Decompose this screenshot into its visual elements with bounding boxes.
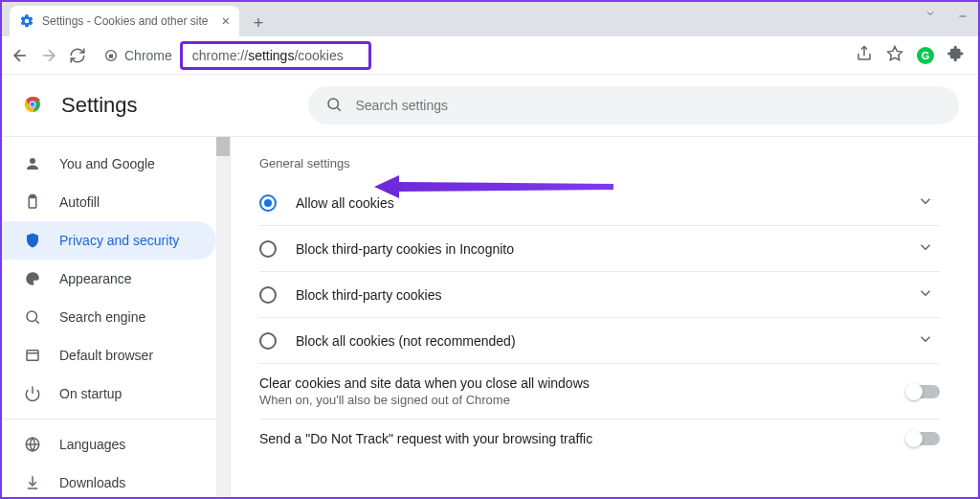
chevron-down-icon[interactable] [911, 238, 940, 259]
settings-sidebar: You and Google Autofill Privacy and secu… [2, 137, 216, 497]
radio-option-block-3p-incognito[interactable]: Block third-party cookies in Incognito [259, 226, 940, 272]
person-icon [23, 154, 42, 173]
minimize-icon[interactable] [957, 8, 969, 22]
shield-icon [23, 231, 42, 250]
back-icon[interactable] [10, 45, 31, 66]
svg-point-15 [27, 311, 37, 322]
search-icon [325, 96, 343, 116]
toggle-clear-on-close[interactable]: Clear cookies and site data when you clo… [259, 364, 940, 420]
forward-icon[interactable] [38, 45, 59, 66]
svg-marker-6 [888, 47, 902, 60]
share-icon[interactable] [856, 45, 873, 65]
clipboard-icon [23, 193, 42, 212]
address-url-highlight: chrome://settings/cookies [180, 41, 371, 70]
search-icon [23, 307, 42, 327]
gear-icon [19, 13, 34, 29]
sidebar-item-downloads[interactable]: Downloads [2, 464, 216, 497]
site-info-icon[interactable]: Chrome [96, 41, 180, 70]
radio-icon[interactable] [259, 194, 277, 212]
radio-icon[interactable] [259, 240, 277, 258]
search-input[interactable] [356, 98, 942, 113]
window-controls [924, 8, 969, 22]
page-title: Settings [61, 93, 138, 118]
search-settings-box[interactable] [308, 86, 959, 125]
svg-rect-17 [27, 351, 38, 361]
svg-line-16 [35, 320, 38, 323]
chevron-down-icon[interactable] [911, 330, 940, 351]
browser-tab[interactable]: Settings - Cookies and other site × [10, 6, 239, 36]
sidebar-divider [2, 419, 216, 420]
sidebar-item-default-browser[interactable]: Default browser [2, 336, 216, 374]
sidebar-item-you-and-google[interactable]: You and Google [2, 145, 216, 183]
toggle-switch[interactable] [907, 432, 940, 445]
window-icon [23, 346, 42, 365]
svg-point-12 [30, 158, 35, 164]
toggle-switch[interactable] [907, 385, 940, 398]
extensions-icon[interactable] [947, 45, 965, 65]
svg-line-11 [337, 107, 340, 110]
radio-option-block-3p[interactable]: Block third-party cookies [259, 272, 940, 318]
toggle-do-not-track[interactable]: Send a "Do Not Track" request with your … [259, 420, 940, 458]
radio-option-allow-all[interactable]: Allow all cookies [259, 180, 940, 226]
section-title: General settings [259, 156, 940, 170]
extension-badge[interactable]: G [917, 47, 934, 64]
sidebar-item-on-startup[interactable]: On startup [2, 374, 216, 413]
address-bar[interactable]: Chrome chrome://settings/cookies [96, 41, 848, 70]
palette-icon [23, 269, 42, 288]
radio-icon[interactable] [259, 286, 277, 304]
svg-rect-14 [31, 195, 35, 198]
globe-icon [23, 435, 42, 454]
sidebar-item-languages[interactable]: Languages [2, 425, 216, 464]
radio-option-block-all[interactable]: Block all cookies (not recommended) [259, 318, 940, 364]
radio-icon[interactable] [259, 332, 277, 350]
chevron-down-icon[interactable] [911, 284, 940, 305]
toolbar-right: G [856, 45, 970, 65]
sidebar-item-autofill[interactable]: Autofill [2, 183, 216, 221]
svg-rect-4 [109, 54, 113, 57]
browser-tab-bar: Settings - Cookies and other site × + [2, 2, 978, 36]
sidebar-item-search-engine[interactable]: Search engine [2, 298, 216, 336]
bookmark-icon[interactable] [886, 45, 903, 65]
svg-point-10 [328, 99, 339, 109]
reload-icon[interactable] [67, 45, 88, 66]
sidebar-item-privacy-security[interactable]: Privacy and security [2, 221, 216, 260]
chevron-down-icon[interactable] [924, 8, 936, 22]
browser-toolbar: Chrome chrome://settings/cookies G [2, 36, 978, 75]
settings-content: General settings Allow all cookies Block… [230, 137, 978, 497]
settings-header: Settings [2, 75, 978, 137]
new-tab-button[interactable]: + [245, 10, 272, 36]
chrome-logo-icon [21, 93, 44, 119]
power-icon [23, 384, 42, 403]
settings-app: Settings You and Google [2, 75, 978, 497]
sidebar-scrollbar[interactable] [216, 137, 230, 497]
tab-title: Settings - Cookies and other site [42, 14, 214, 28]
chevron-down-icon[interactable] [911, 193, 940, 213]
close-tab-icon[interactable]: × [222, 13, 230, 29]
sidebar-item-appearance[interactable]: Appearance [2, 260, 216, 298]
download-icon [23, 473, 42, 492]
scrollbar-thumb[interactable] [216, 137, 230, 156]
